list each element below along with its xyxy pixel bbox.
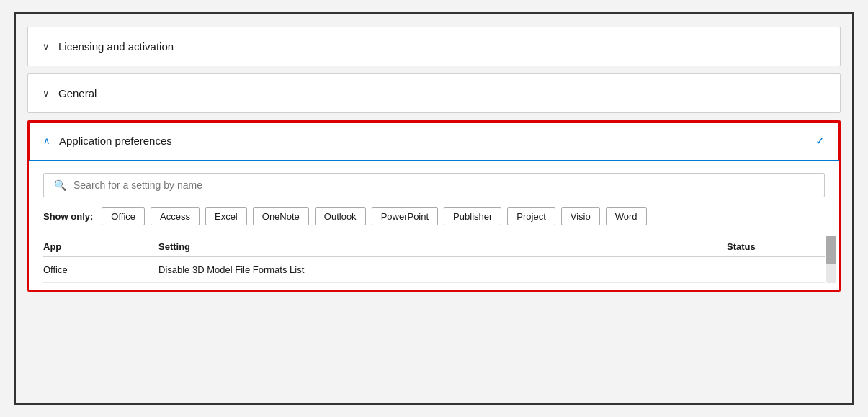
chevron-down-icon: ∨: [42, 41, 50, 52]
filter-label: Show only:: [43, 211, 93, 222]
filter-btn-excel[interactable]: Excel: [205, 207, 247, 225]
filter-btn-publisher[interactable]: Publisher: [444, 207, 501, 225]
accordion-licensing-header[interactable]: ∨ Licensing and activation: [28, 27, 840, 66]
col-app: App: [43, 241, 158, 252]
scrollbar-thumb[interactable]: [826, 236, 836, 264]
accordion-licensing[interactable]: ∨ Licensing and activation: [27, 27, 841, 66]
filter-btn-project[interactable]: Project: [507, 207, 555, 225]
filter-btn-onenote[interactable]: OneNote: [253, 207, 309, 225]
cell-app: Office: [43, 264, 158, 275]
search-bar[interactable]: 🔍: [43, 173, 825, 197]
accordion-general[interactable]: ∨ General: [27, 73, 841, 113]
filter-row: Show only: Office Access Excel OneNote O…: [43, 207, 825, 225]
filter-btn-outlook[interactable]: Outlook: [315, 207, 366, 225]
table-header: App Setting Status: [43, 236, 825, 257]
filter-btn-powerpoint[interactable]: PowerPoint: [372, 207, 438, 225]
filter-btn-office[interactable]: Office: [102, 207, 145, 225]
check-icon: ✓: [815, 134, 825, 148]
filter-btn-word[interactable]: Word: [606, 207, 647, 225]
cell-setting: Disable 3D Model File Formats List: [158, 264, 727, 275]
chevron-up-icon: ∧: [43, 135, 50, 146]
filter-btn-visio[interactable]: Visio: [561, 207, 600, 225]
accordion-app-preferences-content: 🔍 Show only: Office Access Excel OneNote…: [29, 161, 839, 290]
col-status: Status: [727, 241, 813, 252]
accordion-general-header[interactable]: ∨ General: [28, 74, 840, 112]
search-input[interactable]: [73, 179, 814, 191]
search-icon: 🔍: [54, 179, 66, 191]
table-row: Office Disable 3D Model File Formats Lis…: [43, 257, 825, 283]
filter-btn-access[interactable]: Access: [151, 207, 200, 225]
col-setting: Setting: [158, 241, 727, 252]
cell-status: [727, 264, 813, 275]
accordion-app-preferences[interactable]: ∧ Application preferences ✓ 🔍 Show only:…: [27, 120, 841, 292]
accordion-app-preferences-title: Application preferences: [59, 135, 172, 147]
scrollbar[interactable]: [826, 236, 836, 283]
accordion-app-preferences-header[interactable]: ∧ Application preferences ✓: [29, 122, 839, 161]
settings-table: App Setting Status Office Disable 3D Mod…: [43, 236, 825, 283]
main-container: ∨ Licensing and activation ∨ General ∧ A…: [14, 12, 854, 405]
accordion-general-title: General: [58, 87, 97, 99]
accordion-licensing-title: Licensing and activation: [58, 40, 174, 53]
chevron-down-icon: ∨: [42, 88, 50, 99]
